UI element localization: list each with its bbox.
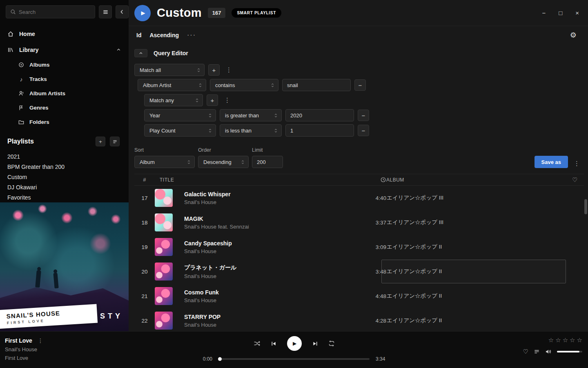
remove-rule-button[interactable]: −	[354, 79, 366, 91]
table-row[interactable]: 18 MAGIK Snail's House feat. Sennzai 3:3…	[134, 210, 584, 235]
track-title[interactable]: プラネット・ガール	[184, 264, 358, 272]
collapse-query-editor-button[interactable]	[134, 49, 147, 57]
search-box[interactable]	[6, 5, 95, 18]
sidebar-item-tracks[interactable]: ♪ Tracks	[0, 72, 129, 86]
maximize-button[interactable]: □	[559, 9, 562, 16]
playlist-item-dj-okawari[interactable]: DJ Okawari	[7, 182, 120, 192]
now-playing-menu-button[interactable]: ⋮	[38, 337, 43, 344]
add-playlist-button[interactable]: +	[96, 137, 105, 146]
remove-rule-button[interactable]: −	[358, 110, 369, 121]
star-icon[interactable]: ☆	[570, 337, 575, 344]
volume-button[interactable]	[545, 348, 552, 355]
track-title[interactable]: MAGIK	[184, 215, 358, 222]
track-title[interactable]: Cosmo Funk	[184, 289, 358, 296]
playlist-item-favorites[interactable]: Favorites	[7, 192, 120, 202]
rule-value-input[interactable]	[285, 124, 354, 137]
add-rule-button[interactable]: +	[208, 64, 220, 76]
track-album[interactable]: エイリアン☆ポップ II	[381, 235, 566, 259]
rule-operator-select[interactable]: contains	[210, 79, 278, 91]
star-icon[interactable]: ☆	[555, 337, 561, 344]
column-album[interactable]: ALBUM	[386, 177, 566, 183]
track-artist[interactable]: Snail's House	[184, 248, 358, 254]
queue-button[interactable]	[534, 349, 540, 355]
chevron-up-icon[interactable]	[116, 47, 121, 52]
track-album[interactable]: エイリアン☆ポップ II	[381, 309, 566, 331]
rule-operator-select[interactable]: is greater than	[220, 109, 282, 121]
playlist-item-custom[interactable]: Custom	[7, 172, 120, 182]
playlist-list-view-button[interactable]	[110, 137, 120, 146]
shuffle-button[interactable]	[254, 340, 261, 347]
track-title[interactable]: Galactic Whisper	[184, 191, 358, 197]
rule-value-input[interactable]	[285, 109, 354, 121]
rule-field-select[interactable]: Play Count	[144, 124, 216, 137]
table-row[interactable]: 22 STARRY POP Snail's House 4:28 エイリアン☆ポ…	[134, 308, 584, 331]
column-title[interactable]: TITLE	[155, 177, 358, 183]
column-index[interactable]: #	[134, 177, 155, 183]
table-row[interactable]: 17 Galactic Whisper Snail's House 4:40 エ…	[134, 186, 584, 210]
track-artist[interactable]: Snail's House	[184, 322, 358, 328]
close-button[interactable]: ×	[575, 9, 579, 16]
track-album[interactable]: エイリアン☆ポップ II	[381, 284, 566, 308]
star-icon[interactable]: ☆	[577, 337, 582, 344]
table-row[interactable]: 19 Candy Spaceship Snail's House 3:09 エイ…	[134, 235, 584, 259]
track-title[interactable]: Candy Spaceship	[184, 240, 358, 247]
track-artist[interactable]: Snail's House	[184, 297, 358, 303]
minimize-button[interactable]: −	[542, 9, 546, 16]
group-menu-button[interactable]: ⋮	[222, 96, 233, 105]
seek-bar[interactable]	[218, 358, 370, 360]
save-as-button[interactable]: Save as	[535, 156, 568, 168]
playlist-item-bpm-greater-than-200[interactable]: BPM Greater than 200	[7, 162, 120, 172]
volume-slider[interactable]	[557, 351, 582, 352]
track-album[interactable]: エイリアン☆ポップ III	[381, 186, 566, 210]
star-icon[interactable]: ☆	[548, 337, 554, 344]
settings-gear-icon[interactable]: ⚙	[570, 31, 577, 40]
rule-field-select[interactable]: Album Artist	[138, 79, 206, 91]
root-group-menu-button[interactable]: ⋮	[223, 65, 234, 74]
track-artist[interactable]: Snail's House feat. Sennzai	[184, 224, 358, 230]
rule-field-select[interactable]: Year	[144, 109, 216, 121]
repeat-button[interactable]	[328, 340, 335, 347]
menu-button[interactable]	[99, 5, 112, 18]
sidebar-item-library[interactable]: Library	[0, 42, 129, 58]
rule-operator-select[interactable]: is less than	[220, 124, 282, 137]
sidebar-item-home[interactable]: Home	[0, 26, 129, 42]
track-album[interactable]: エイリアン☆ポップ III	[381, 211, 566, 234]
sidebar-item-albums[interactable]: Albums	[0, 58, 129, 72]
save-menu-button[interactable]: ⋮	[571, 159, 582, 168]
favorite-button[interactable]: ♡	[523, 348, 528, 355]
sidebar-item-genres[interactable]: Genres	[0, 101, 129, 115]
scrollbar-thumb[interactable]	[584, 199, 587, 214]
track-title[interactable]: STARRY POP	[184, 314, 358, 320]
now-playing-album[interactable]: First Love	[5, 355, 43, 361]
play-pause-button[interactable]: ▶	[287, 336, 302, 351]
back-button[interactable]	[116, 5, 129, 18]
group-match-select[interactable]: Match any	[144, 94, 203, 106]
playlist-item-2021[interactable]: 2021	[7, 151, 120, 162]
query-sort-select[interactable]: Album	[134, 156, 195, 168]
play-playlist-button[interactable]: ▶	[134, 5, 151, 21]
track-artist[interactable]: Snail's House	[184, 199, 358, 205]
now-playing-artist[interactable]: Snail's House	[5, 346, 43, 352]
column-favorite[interactable]: ♡	[566, 176, 584, 184]
more-options-button[interactable]: ···	[187, 31, 196, 39]
track-album-focused-cell[interactable]: エイリアン☆ポップ II	[381, 260, 566, 283]
add-group-rule-button[interactable]: +	[207, 94, 218, 106]
sidebar-item-folders[interactable]: Folders	[0, 115, 129, 129]
now-playing-title[interactable]: First Love	[5, 337, 32, 344]
star-icon[interactable]: ☆	[563, 337, 568, 344]
next-track-button[interactable]	[312, 341, 318, 347]
rule-value-input[interactable]	[282, 79, 351, 91]
table-row[interactable]: 20 プラネット・ガール Snail's House 3:48 エイリアン☆ポッ…	[134, 259, 584, 284]
column-duration[interactable]	[358, 177, 386, 183]
sort-field-button[interactable]: Id	[136, 32, 141, 38]
search-input[interactable]	[19, 9, 91, 15]
query-order-select[interactable]: Descending	[198, 156, 249, 168]
table-row[interactable]: 21 Cosmo Funk Snail's House 4:48 エイリアン☆ポ…	[134, 284, 584, 308]
sort-direction-button[interactable]: Ascending	[149, 32, 179, 38]
limit-input[interactable]	[252, 156, 283, 168]
remove-rule-button[interactable]: −	[358, 125, 369, 136]
now-playing-album-art[interactable]: SNAIL'S HOUSE FIRST LOVE TASTY	[0, 202, 129, 331]
track-artist[interactable]: Snail's House	[184, 273, 358, 279]
previous-track-button[interactable]	[271, 341, 277, 347]
root-match-select[interactable]: Match all	[134, 64, 205, 76]
